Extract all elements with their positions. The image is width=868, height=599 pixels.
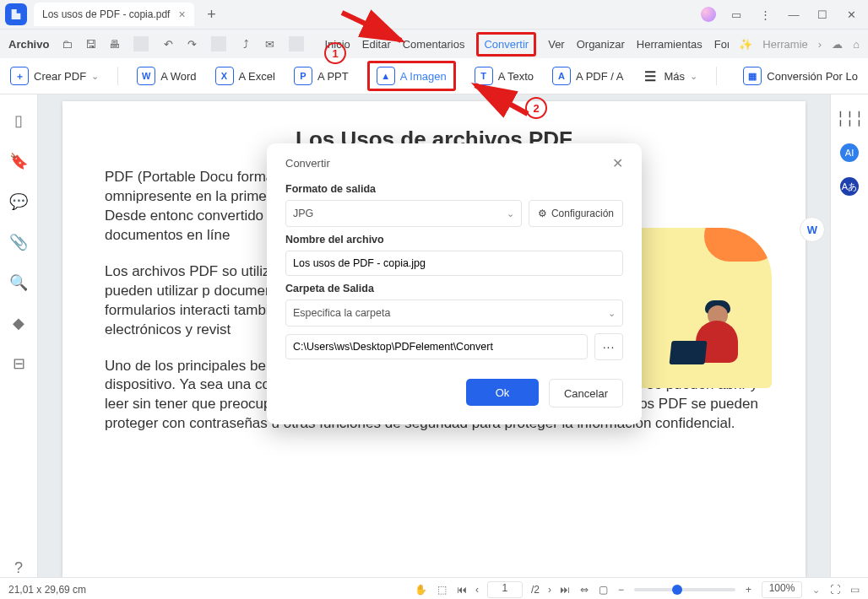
comments-icon[interactable]: 💬 [9, 192, 28, 211]
attachments-icon[interactable]: 📎 [9, 233, 28, 251]
print-icon[interactable]: 🖶 [106, 38, 122, 51]
to-text-button[interactable]: T A Texto [475, 67, 534, 85]
format-label: Formato de salida [285, 183, 623, 195]
new-tab-button[interactable]: + [201, 3, 223, 25]
left-sidebar: ▯ 🔖 💬 📎 🔍 ◆ ⊟ ? [0, 94, 38, 577]
quick-actions: 🗀 🖫 🖶 ↶ ↷ ⤴ ✉ [59, 36, 307, 51]
close-window-icon[interactable]: ✕ [843, 6, 860, 23]
document-tab[interactable]: Los usos de PDF - copia.pdf × [34, 3, 194, 26]
search-icon[interactable]: 🔍 [9, 273, 28, 292]
filename-input[interactable] [285, 251, 623, 276]
create-pdf-button[interactable]: ＋ Crear PDF ⌄ [10, 67, 99, 85]
plus-icon: ＋ [10, 67, 29, 85]
bookmarks-icon[interactable]: 🔖 [9, 152, 28, 170]
page-number-input[interactable]: 1 [487, 581, 523, 598]
adjust-icon[interactable]: ╎╎╎ [840, 110, 859, 128]
browse-folder-button[interactable]: ··· [594, 333, 623, 360]
image-icon: ▲ [377, 67, 395, 85]
dialog-close-icon[interactable]: ✕ [612, 155, 623, 171]
prev-page-icon[interactable]: ‹ [475, 584, 479, 596]
open-icon[interactable]: 🗀 [59, 38, 74, 51]
dialog-title: Convertir [285, 157, 330, 170]
menu-herramientas[interactable]: Herramientas [637, 38, 703, 51]
more-icon: ☰ [642, 67, 659, 84]
fit-width-icon[interactable]: ⇔ [580, 584, 589, 596]
ok-button[interactable]: Ok [466, 379, 539, 406]
tab-title: Los usos de PDF - copia.pdf [42, 8, 170, 20]
pdfa-icon: A [552, 67, 571, 85]
file-menu[interactable]: Archivo [8, 38, 49, 51]
folder-path-input[interactable] [285, 334, 588, 359]
title-bar: Los usos de PDF - copia.pdf × + ▭ ⋮ — ☐ … [0, 0, 868, 30]
read-mode-icon[interactable]: ▭ [850, 584, 860, 596]
menu-comentarios[interactable]: Comentarios [403, 38, 465, 51]
save-icon[interactable]: 🖫 [83, 38, 98, 51]
page-dimensions: 21,01 x 29,69 cm [8, 584, 86, 596]
first-page-icon[interactable]: ⏮ [457, 584, 467, 596]
menu-convertir[interactable]: Convertir [476, 32, 536, 57]
zoom-value[interactable]: 100% [762, 581, 802, 598]
chevron-down-icon: ⌄ [690, 71, 697, 82]
kebab-icon[interactable]: ⋮ [757, 6, 773, 23]
export-word-badge[interactable]: W [800, 217, 825, 242]
last-page-icon[interactable]: ⏭ [560, 584, 570, 596]
chevron-down-icon: ⌄ [507, 208, 514, 219]
folder-mode-select[interactable]: Especifica la carpeta ⌄ [285, 300, 623, 326]
app-logo [5, 3, 27, 25]
menu-organizar[interactable]: Organizar [577, 38, 625, 51]
batch-convert-button[interactable]: ▦ Conversión Por Lo [743, 67, 858, 85]
menu-inicio[interactable]: Inicio [324, 38, 350, 51]
fields-icon[interactable]: ⊟ [13, 354, 25, 373]
menu-bar: Archivo 🗀 🖫 🖶 ↶ ↷ ⤴ ✉ Inicio Editar Come… [0, 30, 868, 58]
undo-icon[interactable]: ↶ [160, 38, 176, 51]
to-pdfa-button[interactable]: A A PDF / A [552, 67, 623, 85]
minimize-icon[interactable]: — [785, 6, 802, 23]
redo-icon[interactable]: ↷ [184, 38, 199, 51]
home-icon[interactable]: ⌂ [853, 38, 860, 51]
page-total: /2 [531, 584, 540, 596]
fit-page-icon[interactable]: ▢ [599, 584, 608, 596]
chevron-right-icon[interactable]: › [818, 38, 822, 51]
translate-icon[interactable]: Aあ [840, 177, 859, 196]
hand-tool-icon[interactable]: ✋ [415, 584, 427, 596]
user-avatar[interactable] [701, 7, 716, 22]
next-page-icon[interactable]: › [548, 584, 551, 596]
more-tools-label[interactable]: Herramie [762, 38, 807, 51]
format-select[interactable]: JPG ⌄ [285, 200, 522, 227]
to-excel-button[interactable]: X A Excel [215, 67, 275, 85]
close-tab-icon[interactable]: × [178, 8, 185, 21]
to-word-button[interactable]: W A Word [137, 67, 196, 85]
wand-icon[interactable]: ✨ [739, 38, 752, 51]
share-icon[interactable]: ⤴ [238, 38, 253, 51]
chevron-down-icon[interactable]: ⌄ [812, 585, 820, 596]
convert-dialog: Convertir ✕ Formato de salida JPG ⌄ ⚙ Co… [267, 143, 642, 424]
layers-icon[interactable]: ◆ [13, 314, 24, 332]
right-sidebar: ╎╎╎ AI Aあ [830, 94, 868, 577]
page-navigation: ⏮ ‹ 1 /2 › ⏭ [457, 581, 570, 598]
menu-editar[interactable]: Editar [362, 38, 391, 51]
mail-icon[interactable]: ✉ [262, 38, 277, 51]
ai-icon[interactable]: AI [840, 143, 859, 162]
more-convert-button[interactable]: ☰ Más ⌄ [642, 67, 697, 84]
select-tool-icon[interactable]: ⬚ [437, 584, 447, 596]
app-menu-icon[interactable]: ▭ [728, 6, 745, 23]
zoom-slider[interactable] [634, 588, 735, 591]
menu-ver[interactable]: Ver [548, 38, 565, 51]
maximize-icon[interactable]: ☐ [814, 6, 831, 23]
zoom-in-icon[interactable]: + [746, 584, 751, 596]
excel-icon: X [215, 67, 234, 85]
chevron-down-icon: ⌄ [608, 308, 616, 319]
batch-icon: ▦ [743, 67, 762, 85]
config-button[interactable]: ⚙ Configuración [529, 200, 623, 227]
fullscreen-icon[interactable]: ⛶ [830, 584, 840, 596]
thumbnails-icon[interactable]: ▯ [14, 111, 23, 130]
cloud-icon[interactable]: ☁ [832, 38, 843, 51]
to-image-button[interactable]: ▲ A Imagen [377, 67, 447, 85]
help-icon[interactable]: ? [14, 559, 23, 577]
menu-formulario[interactable]: Formulario [714, 38, 730, 51]
cancel-button[interactable]: Cancelar [549, 379, 623, 407]
word-icon: W [137, 67, 155, 85]
to-ppt-button[interactable]: P A PPT [294, 67, 349, 85]
gear-icon: ⚙ [538, 208, 547, 219]
zoom-out-icon[interactable]: − [618, 584, 624, 596]
